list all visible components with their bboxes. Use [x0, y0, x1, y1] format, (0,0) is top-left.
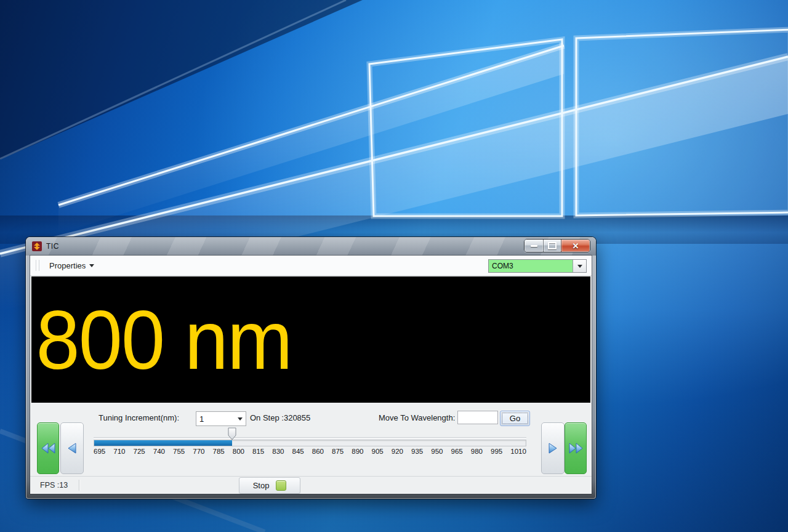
- tick-label: 980: [471, 448, 483, 455]
- step-backward-button[interactable]: [60, 422, 84, 474]
- fps-readout: FPS :13: [40, 481, 68, 490]
- tick-label: 695: [94, 448, 105, 455]
- properties-menu-label: Properties: [49, 261, 86, 270]
- tick-label: 725: [134, 448, 145, 455]
- tuning-controls: Tuning Increment(nm): 1 On Step :320855 …: [30, 403, 592, 476]
- step-forward-button[interactable]: [541, 422, 565, 474]
- statusbar-divider: [79, 480, 80, 491]
- chevron-down-icon: [235, 417, 246, 421]
- minimize-icon: [531, 245, 537, 247]
- tick-label: 950: [431, 448, 443, 455]
- fast-backward-button[interactable]: [37, 422, 59, 474]
- tick-label: 800: [233, 448, 244, 455]
- status-led-green: [276, 480, 286, 491]
- slider-tick-labels: 6957107257407557707858008158308458608758…: [94, 448, 526, 455]
- tick-label: 875: [332, 448, 344, 455]
- close-icon: ✕: [573, 242, 579, 250]
- tick-label: 1010: [510, 448, 526, 455]
- close-button[interactable]: ✕: [561, 240, 590, 252]
- caption-button-group: ✕: [524, 239, 590, 252]
- on-step-label: On Step :320855: [250, 410, 310, 426]
- properties-menu[interactable]: Properties: [49, 261, 94, 270]
- toolbar-grip-handle[interactable]: [36, 260, 39, 271]
- com-port-dropdown-button[interactable]: [573, 260, 586, 272]
- tic-app-icon: [32, 241, 42, 251]
- double-left-arrow-icon: [40, 441, 57, 455]
- wavelength-progressbar[interactable]: [94, 440, 526, 446]
- maximize-icon: [548, 242, 557, 249]
- stop-button[interactable]: Stop: [239, 477, 300, 494]
- tick-label: 710: [113, 448, 125, 455]
- com-port-select[interactable]: COM3: [488, 259, 587, 273]
- tuning-increment-select[interactable]: 1: [196, 411, 246, 426]
- tick-label: 905: [372, 448, 384, 455]
- tick-label: 830: [272, 448, 284, 455]
- tic-window: TIC ✕ Properties COM3: [26, 237, 596, 499]
- tick-label: 785: [213, 448, 225, 455]
- tick-label: 740: [153, 448, 165, 455]
- move-to-wavelength-label: Move To Wavelength:: [379, 410, 455, 426]
- tuning-increment-value: 1: [196, 414, 235, 424]
- titlebar[interactable]: TIC ✕: [26, 237, 596, 256]
- slider-thumb-icon: [228, 427, 236, 440]
- tick-label: 770: [193, 448, 204, 455]
- stop-button-label: Stop: [253, 481, 270, 490]
- right-arrow-icon: [546, 441, 560, 455]
- statusbar: FPS :13 Stop: [30, 476, 592, 494]
- tick-label: 995: [491, 448, 502, 455]
- tick-label: 845: [292, 448, 304, 455]
- slider-thumb[interactable]: [228, 427, 236, 440]
- client-area: Properties COM3 800 nm: [30, 256, 592, 494]
- fast-forward-button[interactable]: [565, 422, 587, 474]
- go-button-label: Go: [510, 414, 520, 423]
- double-right-arrow-icon: [568, 441, 584, 455]
- tick-label: 965: [451, 448, 463, 455]
- maximize-button[interactable]: [543, 240, 561, 252]
- slider-groove[interactable]: [94, 437, 526, 438]
- left-arrow-icon: [65, 441, 79, 455]
- chevron-down-icon: [577, 265, 582, 268]
- minimize-button[interactable]: [525, 240, 543, 252]
- tick-label: 890: [352, 448, 363, 455]
- wavelength-readout: 800 nm: [31, 298, 292, 382]
- move-to-wavelength-input[interactable]: [457, 411, 498, 424]
- tick-label: 860: [312, 448, 324, 455]
- wavelength-slider: 6957107257407557707858008158308458608758…: [94, 427, 526, 458]
- tick-label: 920: [392, 448, 403, 455]
- tuning-increment-label: Tuning Increment(nm):: [98, 410, 179, 426]
- go-button[interactable]: Go: [500, 411, 530, 426]
- wavelength-display: 800 nm: [31, 276, 590, 403]
- window-title: TIC: [46, 242, 59, 251]
- tick-label: 935: [411, 448, 423, 455]
- com-port-value: COM3: [489, 260, 573, 272]
- slider-progress-fill: [94, 440, 232, 446]
- tick-label: 755: [173, 448, 185, 455]
- toolbar: Properties COM3: [30, 256, 592, 276]
- tick-label: 815: [252, 448, 264, 455]
- chevron-down-icon: [89, 264, 94, 267]
- control-row: Tuning Increment(nm): 1 On Step :320855 …: [30, 410, 592, 426]
